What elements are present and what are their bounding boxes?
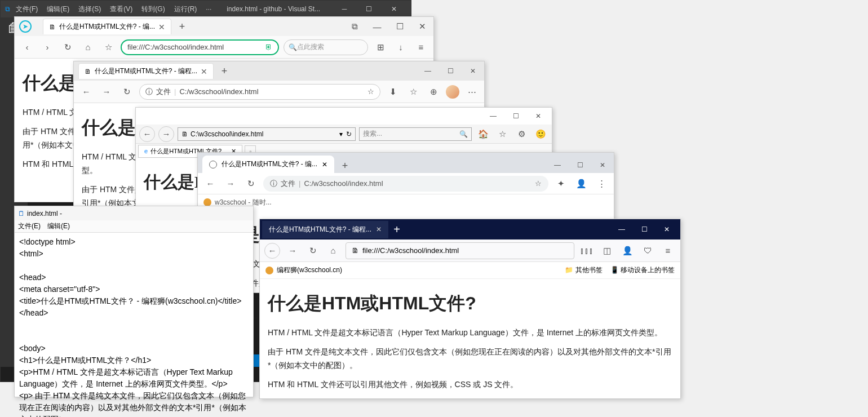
extension-icon[interactable]: ⬇ [385, 84, 401, 100]
menu-icon[interactable]: ⋮ [594, 176, 609, 192]
browser-tab[interactable]: 🗎 什么是HTM或HTML文件? - 编程... ✕ [78, 63, 214, 79]
maximize-button[interactable]: ☐ [357, 1, 382, 17]
close-icon[interactable]: ✕ [376, 225, 382, 233]
reload-icon[interactable]: ↻ [60, 39, 76, 55]
reload-icon[interactable]: ↻ [305, 243, 321, 259]
close-icon[interactable]: ✕ [322, 161, 327, 168]
notepad-content[interactable]: <!doctype html><html> <head><meta charse… [15, 233, 253, 417]
shield-icon[interactable]: ⛨ [265, 43, 272, 51]
forward-icon[interactable]: → [158, 126, 174, 142]
address-bar[interactable]: ⓘ 文件 | C:/w3cschool/index.html ☆ [263, 176, 548, 192]
collections-icon[interactable]: ⊕ [426, 84, 441, 100]
new-tab-button[interactable]: + [175, 19, 189, 34]
menu-more[interactable]: ··· [202, 4, 215, 14]
menu-file[interactable]: 文件(F) [12, 3, 41, 15]
maximize-button[interactable]: ☐ [504, 108, 527, 124]
maximize-button[interactable]: ☐ [633, 221, 656, 237]
reload-icon[interactable]: ↻ [346, 130, 352, 138]
extensions-icon[interactable]: ✦ [553, 176, 569, 192]
favorites-icon[interactable]: ☆ [494, 126, 510, 142]
settings-icon[interactable]: ⚙ [513, 126, 529, 142]
address-bar[interactable]: ⓘ 文件 | C:/w3cschool/index.html ☆ [139, 84, 380, 100]
library-icon[interactable]: ⫿⫿⫿ [579, 243, 595, 259]
minimize-button[interactable]: ─ [332, 1, 357, 17]
info-icon[interactable]: ⓘ [270, 179, 277, 189]
back-icon[interactable]: ‹ [19, 39, 35, 55]
close-button[interactable]: ✕ [591, 157, 614, 173]
menu-icon[interactable]: ≡ [660, 243, 676, 259]
close-button[interactable]: ✕ [382, 1, 406, 17]
favorites-icon[interactable]: ☆ [405, 84, 421, 100]
browser-tab[interactable]: 什么是HTM或HTML文件? - 编... ✕ [202, 156, 334, 173]
browser-tab[interactable]: 什么是HTM或HTML文件? - 编程... ✕ [262, 221, 388, 238]
close-button[interactable]: ✕ [527, 108, 550, 124]
grid-icon[interactable]: ⊞ [373, 39, 388, 55]
close-icon[interactable]: ✕ [201, 67, 207, 76]
close-button[interactable]: ✕ [462, 63, 484, 79]
close-icon[interactable]: ✕ [158, 23, 165, 32]
bm-mobile[interactable]: 📱 移动设备上的书签 [610, 265, 675, 275]
search-box[interactable]: 🔍 点此搜索 [284, 39, 368, 55]
home-icon[interactable]: ⌂ [325, 243, 341, 259]
reload-icon[interactable]: ↻ [119, 84, 135, 100]
close-button[interactable]: ✕ [414, 19, 430, 34]
menu-go[interactable]: 转到(G) [138, 3, 168, 15]
new-tab-button[interactable]: + [338, 158, 352, 173]
menu-run[interactable]: 运行(R) [171, 3, 201, 15]
maximize-button[interactable]: ☐ [569, 157, 591, 173]
browser-tab[interactable]: 🗎 什么是HTM或HTML文件? - 编... ✕ [43, 19, 171, 34]
minimize-button[interactable]: — [546, 157, 569, 173]
back-icon[interactable]: ← [264, 243, 280, 259]
profile-icon[interactable]: 👤 [573, 176, 589, 192]
search-icon[interactable]: 🔍 [459, 130, 468, 138]
star-icon[interactable]: ☆ [367, 87, 374, 96]
close-button[interactable]: ✕ [656, 221, 678, 237]
menu-icon[interactable]: ⋯ [464, 84, 480, 100]
bm-folder[interactable]: 📁 其他书签 [565, 265, 602, 275]
maximize-button[interactable]: ☐ [439, 63, 462, 79]
menu-edit[interactable]: 编辑(E) [43, 3, 73, 15]
minimize-button[interactable]: — [482, 108, 504, 124]
profile-avatar[interactable] [446, 85, 459, 99]
sidebar-icon[interactable]: ◫ [599, 243, 615, 259]
minimize-button[interactable]: — [369, 19, 385, 34]
menu-view[interactable]: 查看(V) [107, 3, 136, 15]
vscode-title: index.html - github - Visual St... [227, 5, 320, 13]
forward-icon[interactable]: → [285, 243, 300, 259]
ie-icon: e [144, 148, 148, 154]
bookmark-site[interactable]: 编程狮(w3cschool.cn) [277, 265, 342, 275]
menu-edit[interactable]: 编辑(E) [47, 221, 70, 231]
new-tab-button[interactable]: + [217, 64, 232, 78]
star-icon[interactable]: ☆ [535, 179, 542, 188]
star-icon[interactable]: ☆ [100, 39, 116, 55]
forward-icon[interactable]: → [223, 176, 238, 192]
smiley-icon[interactable]: 🙂 [533, 126, 548, 142]
minimize-button[interactable]: — [417, 63, 439, 79]
menu-selection[interactable]: 选择(S) [75, 3, 104, 15]
home-icon[interactable]: ⌂ [80, 39, 96, 55]
new-tab-button[interactable]: + [388, 221, 405, 238]
reload-icon[interactable]: ↻ [243, 176, 259, 192]
home-icon[interactable]: 🏠 [475, 126, 491, 142]
account-icon[interactable]: 👤 [619, 243, 635, 259]
search-box[interactable]: 搜索... 🔍 [359, 127, 472, 141]
shield-icon[interactable]: 🛡 [640, 243, 656, 259]
dropdown-icon[interactable]: ▾ [339, 130, 343, 138]
address-bar[interactable]: 🗎 file:///C:/w3cschool/index.html [346, 242, 574, 259]
address-bar[interactable]: 🗎 C:\w3cschool\index.html ▾ ↻ [178, 127, 356, 141]
menu-icon[interactable]: ≡ [413, 39, 429, 55]
back-icon[interactable]: ← [139, 126, 155, 142]
download-icon[interactable]: ↓ [393, 39, 409, 55]
pip-icon[interactable]: ⧉ [347, 19, 362, 34]
tab-title: 什么是HTM或HTML文件? - 编程... [95, 66, 197, 76]
maximize-button[interactable]: ☐ [392, 19, 408, 34]
forward-icon[interactable]: › [39, 39, 55, 55]
info-icon[interactable]: ⓘ [145, 87, 153, 97]
back-icon[interactable]: ← [78, 84, 94, 100]
back-icon[interactable]: ← [202, 176, 218, 192]
minimize-button[interactable]: — [610, 221, 633, 237]
forward-icon[interactable]: → [99, 84, 114, 100]
globe-icon [209, 161, 217, 168]
menu-file[interactable]: 文件(E) [18, 221, 41, 231]
address-bar[interactable]: file:///C:/w3cschool/index.html ⛨ [121, 39, 279, 55]
